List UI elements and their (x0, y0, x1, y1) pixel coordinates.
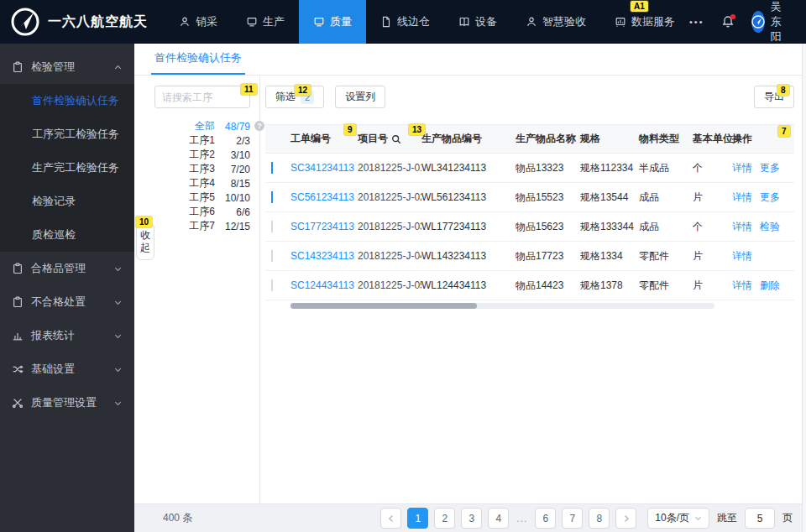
top-navbar: 一六八航空航天 销采 生产 质量 线边仓 设备 智慧验收 数据服务 (0, 0, 806, 44)
prev-page-button[interactable] (380, 508, 401, 529)
question-icon[interactable]: ? (254, 121, 264, 131)
filter-row-process5[interactable]: 工序510/10 (168, 190, 251, 205)
sidebar-group-basic-settings[interactable]: 基础设置 (0, 352, 134, 386)
sidebar-group-report-statistics[interactable]: 报表统计 (0, 319, 134, 352)
material-type-cell: 零配件 (639, 279, 693, 293)
filter-row-process7[interactable]: 工序712/15 (168, 219, 251, 233)
detail-link[interactable]: 详情 (732, 279, 752, 293)
sidebar-item-inspection-records[interactable]: 检验记录 (0, 185, 134, 218)
detail-link[interactable]: 详情 (732, 249, 752, 263)
inspect-link[interactable]: 检验 (760, 220, 780, 234)
page-button[interactable]: 4 (488, 508, 509, 529)
detail-link[interactable]: 详情 (732, 220, 752, 234)
nav-item-sales[interactable]: 销采 (165, 0, 232, 44)
header-material-type: 物料类型 (639, 132, 693, 146)
project-no-cell: 20181225-J-01 (358, 162, 421, 174)
collapse-panel-button[interactable]: 收 起 (136, 223, 154, 260)
filter-row-process6[interactable]: 工序66/6 (168, 205, 251, 219)
page-ellipsis[interactable]: ... (515, 513, 529, 524)
annotation-badge-9: 9 (344, 124, 356, 135)
notification-bell-icon[interactable] (721, 15, 735, 29)
header-item-no: 生产物品编号 (421, 132, 516, 146)
table-row: SC341234113 20181225-J-01 WL341234113 物品… (265, 154, 794, 183)
delete-link[interactable]: 删除 (760, 279, 780, 293)
filter-row-process1[interactable]: 工序12/3 (168, 133, 251, 148)
process-search-input[interactable] (154, 86, 250, 108)
content-area: 全部 48/79 ? 工序12/3 工序23/10 工序37/20 工序48/1… (134, 76, 806, 503)
item-name-cell: 物品13323 (516, 161, 580, 175)
user-menu[interactable]: 吴东阳 (751, 0, 790, 44)
nav-item-production[interactable]: 生产 (232, 0, 299, 44)
material-type-cell: 成品 (639, 220, 693, 234)
row-checkbox[interactable] (271, 162, 273, 174)
more-link[interactable]: 更多 (760, 161, 780, 175)
page-button[interactable]: 2 (434, 508, 455, 529)
column-settings-button[interactable]: 设置列 (335, 86, 385, 108)
spec-cell: 规格112334 (580, 161, 639, 175)
total-count: 400 条 (163, 511, 192, 525)
sidebar-item-process-completion-inspection[interactable]: 工序完工检验任务 (0, 117, 134, 151)
material-type-cell: 成品 (639, 190, 693, 205)
sidebar-group-qualified-products[interactable]: 合格品管理 (0, 252, 134, 285)
order-no-link[interactable]: SC561234113 (290, 191, 358, 203)
filter-label: 工序7 (168, 219, 215, 233)
unit-cell: 片 (693, 279, 732, 293)
company-logo-icon (10, 7, 40, 37)
filter-row-process3[interactable]: 工序37/20 (168, 162, 251, 176)
page-size-select[interactable]: 10条/页 (647, 508, 709, 529)
sidebar-group-inspection-management[interactable]: 检验管理 (0, 50, 134, 84)
page-button[interactable]: 8 (589, 508, 610, 529)
sidebar-item-first-article-inspection[interactable]: 首件检验确认任务 (0, 84, 134, 117)
bar-chart-icon (12, 330, 24, 342)
page-button[interactable]: 1 (407, 508, 428, 529)
filter-row-process4[interactable]: 工序48/15 (168, 176, 251, 190)
nav-item-line-warehouse[interactable]: 线边仓 (366, 0, 444, 44)
row-checkbox[interactable] (271, 279, 273, 291)
process-filter-panel: 全部 48/79 ? 工序12/3 工序23/10 工序37/20 工序48/1… (134, 76, 260, 503)
row-checkbox[interactable] (271, 250, 273, 262)
order-no-link[interactable]: SC341234113 (290, 162, 358, 174)
page-button[interactable]: 7 (562, 508, 583, 529)
submenu-label: 首件检验确认任务 (32, 93, 119, 108)
page-button[interactable]: 3 (461, 508, 482, 529)
more-menu-icon[interactable]: ••• (689, 17, 704, 27)
order-no-link[interactable]: SC177234113 (290, 221, 358, 232)
chevron-left-icon (387, 514, 395, 523)
vertical-scrollbar[interactable] (802, 44, 806, 532)
filter-row-all[interactable]: 全部 48/79 ? (168, 119, 251, 133)
nav-item-smart-acceptance[interactable]: 智慧验收 (511, 0, 600, 44)
search-icon[interactable] (391, 134, 401, 144)
sidebar-group-quality-management-settings[interactable]: 质量管理设置 (0, 386, 134, 420)
tab-first-article-inspection[interactable]: 首件检验确认任务 (151, 50, 245, 75)
page-button[interactable]: 6 (535, 508, 556, 529)
nav-item-equipment[interactable]: 设备 (444, 0, 511, 44)
unit-cell: 片 (693, 190, 732, 205)
horizontal-scrollbar[interactable] (290, 303, 714, 309)
tools-icon (12, 397, 24, 409)
header-spec: 规格 (580, 132, 639, 146)
order-no-link[interactable]: SC124434113 (290, 279, 358, 291)
sidebar-group-nonconforming-disposal[interactable]: 不合格处置 (0, 285, 134, 319)
filter-row-process2[interactable]: 工序23/10 (168, 148, 251, 162)
material-type-cell: 半成品 (639, 161, 693, 175)
sidebar-item-quality-patrol[interactable]: 质检巡检 (0, 218, 134, 252)
next-page-button[interactable] (615, 508, 636, 529)
detail-link[interactable]: 详情 (732, 190, 752, 205)
spec-cell: 规格1378 (580, 279, 639, 293)
user-icon (526, 16, 537, 28)
nav-item-quality[interactable]: 质量 (299, 0, 366, 44)
main-area: 首件检验确认任务 全部 48/79 ? 工序12/3 工序23/10 工序37/… (134, 44, 806, 532)
sidebar-item-production-completion-inspection[interactable]: 生产完工检验任务 (0, 151, 134, 185)
scrollbar-thumb[interactable] (290, 303, 477, 309)
row-checkbox[interactable] (271, 191, 273, 203)
more-link[interactable]: 更多 (760, 190, 780, 205)
order-no-link[interactable]: SC143234113 (290, 250, 358, 262)
annotation-badge-13: 13 (409, 124, 425, 135)
annotation-badge-11: 11 (241, 84, 257, 95)
jump-page-input[interactable] (745, 508, 775, 529)
detail-link[interactable]: 详情 (732, 161, 752, 175)
process-filter-list: 全部 48/79 ? 工序12/3 工序23/10 工序37/20 工序48/1… (154, 119, 251, 233)
item-name-cell: 物品15523 (516, 190, 580, 205)
row-checkbox[interactable] (271, 221, 273, 232)
clipboard-icon (12, 61, 24, 73)
